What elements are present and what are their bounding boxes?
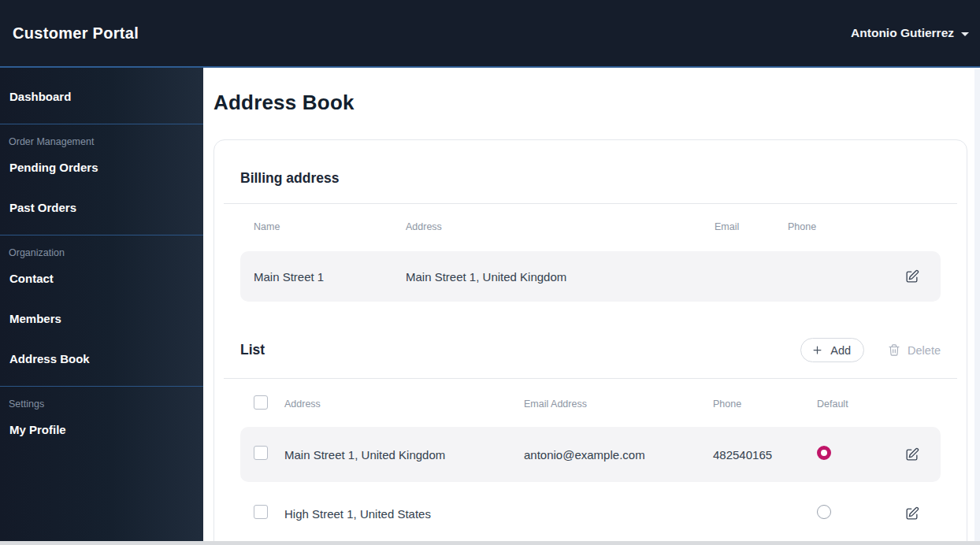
edit-billing-address-button[interactable]: [898, 263, 925, 290]
sidebar-section-settings: Settings My Profile: [0, 386, 203, 457]
address-cell: Main Street 1, United Kingdom: [284, 448, 524, 462]
sidebar-section-main: Dashboard: [0, 68, 203, 124]
delete-button-label: Delete: [908, 344, 941, 357]
list-col-address: Address: [284, 399, 524, 410]
user-menu[interactable]: Antonio Gutierrez: [851, 26, 969, 40]
sidebar-item-past-orders[interactable]: Past Orders: [0, 187, 203, 228]
sidebar-item-contact[interactable]: Contact: [0, 258, 203, 298]
delete-address-button[interactable]: Delete: [888, 343, 941, 357]
page-title: Address Book: [213, 91, 967, 113]
plus-icon: [811, 344, 823, 356]
default-radio[interactable]: [817, 505, 831, 519]
sidebar-item-members[interactable]: Members: [0, 298, 203, 339]
edit-icon: [904, 447, 919, 462]
billing-col-address: Address: [406, 221, 715, 232]
edit-address-button[interactable]: [898, 441, 925, 468]
address-book-card: Billing address Name Address Email Phone…: [213, 139, 967, 545]
scrollbar-track[interactable]: [974, 69, 980, 541]
app-header: Customer Portal Antonio Gutierrez: [0, 0, 980, 68]
edit-icon: [904, 269, 919, 284]
main-content: Address Book Billing address Name Addres…: [203, 68, 980, 541]
list-actions: Add Delete: [800, 338, 941, 362]
list-col-default: Default: [817, 399, 896, 410]
default-radio-selected[interactable]: [817, 446, 831, 460]
list-col-email: Email Address: [524, 399, 713, 410]
edit-icon: [904, 506, 919, 521]
divider: [224, 203, 957, 204]
billing-col-email: Email: [715, 221, 788, 232]
billing-col-phone: Phone: [788, 221, 893, 232]
divider: [224, 378, 957, 379]
user-name: Antonio Gutierrez: [851, 26, 954, 40]
billing-name-cell: Main Street 1: [254, 270, 406, 284]
billing-address-row: Main Street 1 Main Street 1, United King…: [240, 251, 941, 302]
select-all-checkbox[interactable]: [254, 395, 268, 410]
sidebar-section-order-management: Order Management Pending Orders Past Ord…: [0, 124, 203, 235]
sidebar-item-my-profile[interactable]: My Profile: [0, 410, 203, 450]
add-button-label: Add: [830, 344, 851, 357]
app-title: Customer Portal: [13, 24, 139, 43]
billing-address-cell: Main Street 1, United Kingdom: [406, 270, 715, 284]
sidebar-item-dashboard[interactable]: Dashboard: [0, 76, 203, 117]
list-col-phone: Phone: [713, 399, 817, 410]
phone-cell: 482540165: [713, 448, 817, 462]
sidebar-section-label: Organization: [0, 241, 203, 258]
address-row: High Street 1, United States: [240, 486, 941, 541]
list-title: List: [240, 342, 265, 358]
billing-table-header: Name Address Email Phone: [240, 221, 941, 232]
billing-col-name: Name: [254, 221, 406, 232]
chevron-down-icon: [961, 32, 969, 36]
sidebar-item-address-book[interactable]: Address Book: [0, 339, 203, 379]
sidebar-section-label: Settings: [0, 392, 203, 410]
add-address-button[interactable]: Add: [800, 338, 864, 362]
list-header-bar: List Add: [240, 338, 941, 362]
address-row: Main Street 1, United Kingdom antonio@ex…: [240, 427, 941, 482]
customer-portal-window: Customer Portal Antonio Gutierrez Dashbo…: [0, 0, 980, 545]
sidebar-item-pending-orders[interactable]: Pending Orders: [0, 147, 203, 187]
sidebar: Dashboard Order Management Pending Order…: [0, 68, 203, 541]
billing-address-title: Billing address: [240, 170, 941, 187]
edit-address-button[interactable]: [898, 500, 925, 527]
email-cell: antonio@example.com: [524, 448, 713, 462]
trash-icon: [888, 343, 900, 357]
address-cell: High Street 1, United States: [284, 507, 524, 521]
window-bottom-edge: [0, 541, 980, 545]
sidebar-section-organization: Organization Contact Members Address Boo…: [0, 235, 203, 386]
row-checkbox[interactable]: [254, 505, 268, 519]
list-table-header: Address Email Address Phone Default: [240, 395, 941, 413]
sidebar-section-label: Order Management: [0, 130, 203, 147]
row-checkbox[interactable]: [254, 446, 268, 460]
